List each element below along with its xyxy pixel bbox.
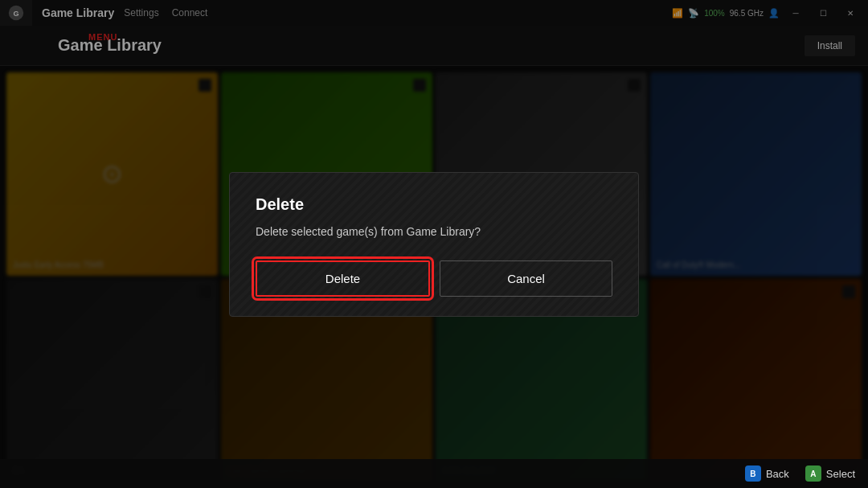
bottom-bar: B Back A Select [0,459,868,488]
cancel-button[interactable]: Cancel [440,260,612,297]
select-label: Select [826,468,855,480]
back-control[interactable]: B Back [745,465,789,482]
back-label: Back [766,468,789,480]
dialog-buttons: Delete Cancel [256,260,612,297]
back-icon: B [745,465,761,482]
select-icon: A [805,465,821,482]
delete-button[interactable]: Delete [256,260,430,297]
dialog-message: Delete selected game(s) from Game Librar… [256,225,612,238]
select-control[interactable]: A Select [805,465,855,482]
dialog-title: Delete [256,195,612,214]
delete-dialog: Delete Delete selected game(s) from Game… [229,172,639,317]
